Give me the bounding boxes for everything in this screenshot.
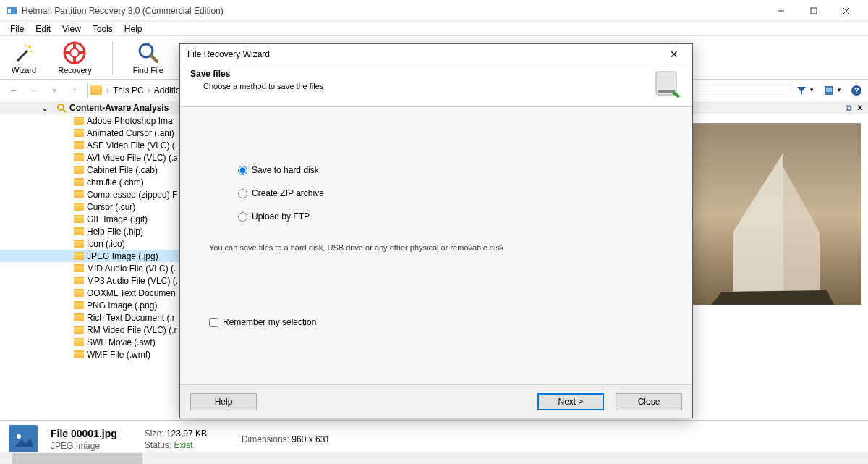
- svg-text:?: ?: [854, 86, 859, 95]
- menu-view[interactable]: View: [56, 22, 87, 35]
- radio-create-zip[interactable]: Create ZIP archive: [238, 188, 663, 198]
- tree-item[interactable]: SWF Movie (.swf): [0, 336, 180, 348]
- dialog-hint: You can save files to a hard disk, USB d…: [209, 243, 663, 252]
- analysis-icon: [56, 103, 67, 113]
- folder-icon: [74, 166, 84, 174]
- tree-item[interactable]: chm.file (.chm): [0, 176, 180, 188]
- status-value: Exist: [174, 440, 193, 450]
- svg-point-10: [70, 48, 79, 57]
- tree-item[interactable]: Adobe Photoshop Ima: [0, 114, 180, 127]
- maximize-button[interactable]: [797, 0, 830, 22]
- help-button[interactable]: ?: [851, 85, 862, 96]
- close-panel-icon[interactable]: ✕: [856, 103, 864, 113]
- up-button[interactable]: ↑: [67, 83, 82, 98]
- back-button[interactable]: ←: [6, 83, 22, 98]
- dialog-titlebar: File Recovery Wizard ✕: [180, 44, 692, 64]
- view-button[interactable]: ▼: [823, 85, 842, 96]
- minimize-button[interactable]: [765, 0, 797, 22]
- tree-item-label: MID Audio File (VLC) (.: [87, 263, 176, 274]
- popout-icon[interactable]: ⧉: [846, 103, 852, 113]
- folder-icon: [74, 338, 84, 346]
- folder-icon: [74, 350, 84, 358]
- lifebuoy-icon: [63, 41, 86, 64]
- breadcrumb-additio[interactable]: Additio: [152, 85, 183, 96]
- tree-item[interactable]: RM Video File (VLC) (.rr: [0, 324, 180, 336]
- footer-filetype: JPEG Image: [51, 441, 117, 451]
- radio-save-harddisk[interactable]: Save to hard disk: [238, 165, 663, 175]
- menu-help[interactable]: Help: [119, 22, 148, 35]
- history-dropdown[interactable]: ▾: [46, 83, 62, 98]
- folder-icon: [74, 141, 84, 149]
- radio-upload-ftp[interactable]: Upload by FTP: [238, 211, 663, 222]
- wizard-label: Wizard: [12, 66, 36, 75]
- toolbar-separator: [112, 41, 113, 75]
- menu-edit[interactable]: Edit: [30, 22, 56, 35]
- tree-item-label: Help File (.hlp): [87, 227, 143, 237]
- folder-icon: [74, 313, 84, 321]
- tree-root[interactable]: ⌄ Content-Aware Analysis: [0, 101, 180, 114]
- tree-item-label: Icon (.ico): [87, 239, 125, 249]
- svg-point-21: [58, 104, 64, 110]
- folder-icon: [74, 153, 84, 161]
- tree-item-label: AVI Video File (VLC) (.av: [87, 153, 177, 163]
- tree-item[interactable]: AVI Video File (VLC) (.av: [0, 151, 180, 164]
- next-button[interactable]: Next >: [537, 393, 604, 410]
- forward-button[interactable]: →: [26, 83, 42, 98]
- breadcrumb-thispc[interactable]: This PC: [111, 85, 146, 96]
- tree-item[interactable]: MID Audio File (VLC) (.: [0, 262, 180, 274]
- harddisk-icon: [652, 69, 682, 99]
- titlebar: Hetman Partition Recovery 3.0 (Commercia…: [0, 0, 868, 22]
- wizard-button[interactable]: Wizard: [7, 40, 41, 76]
- tree-item[interactable]: MP3 Audio File (VLC) (.: [0, 274, 180, 287]
- tree-item[interactable]: Icon (.ico): [0, 237, 180, 250]
- tree-item[interactable]: Animated Cursor (.ani): [0, 127, 180, 139]
- tree-item-label: Cursor (.cur): [87, 202, 135, 212]
- status-label: Status:: [145, 440, 171, 450]
- file-recovery-wizard-dialog: File Recovery Wizard ✕ Save files Choose…: [179, 43, 693, 418]
- menu-tools[interactable]: Tools: [87, 22, 119, 35]
- svg-rect-13: [64, 51, 70, 54]
- file-thumbnail: [9, 425, 38, 454]
- recovery-label: Recovery: [58, 66, 91, 75]
- dialog-close-button[interactable]: ✕: [663, 44, 685, 64]
- remember-checkbox[interactable]: Remember my selection: [209, 317, 663, 327]
- tree-item[interactable]: Rich Text Document (.r: [0, 311, 180, 324]
- folder-icon: [74, 240, 84, 248]
- tree-item-label: JPEG Image (.jpg): [87, 251, 158, 261]
- close-button[interactable]: [830, 0, 862, 22]
- svg-point-8: [30, 50, 33, 52]
- svg-point-25: [17, 434, 21, 439]
- tree-item[interactable]: Cursor (.cur): [0, 201, 180, 213]
- dim-label: Dimensions:: [242, 434, 289, 444]
- folder-icon: [74, 264, 84, 272]
- folder-icon: [74, 301, 84, 309]
- tree-item[interactable]: WMF File (.wmf): [0, 348, 180, 360]
- dialog-close-btn[interactable]: Close: [616, 393, 682, 410]
- filter-button[interactable]: ▼: [796, 85, 814, 96]
- menu-file[interactable]: File: [4, 22, 30, 35]
- svg-rect-3: [811, 8, 817, 14]
- tree-item[interactable]: JPEG Image (.jpg): [0, 250, 180, 262]
- help-button[interactable]: Help: [190, 393, 257, 410]
- tree-item-label: Adobe Photoshop Ima: [87, 116, 173, 126]
- dialog-body: Save to hard disk Create ZIP archive Upl…: [180, 107, 692, 384]
- findfile-label: Find File: [133, 66, 163, 75]
- tree-item-label: ASF Video File (VLC) (.a: [87, 140, 177, 151]
- svg-line-16: [151, 56, 157, 62]
- tree-item[interactable]: PNG Image (.png): [0, 299, 180, 311]
- svg-line-22: [63, 109, 66, 112]
- findfile-button[interactable]: Find File: [129, 40, 168, 76]
- tree-item[interactable]: ASF Video File (VLC) (.a: [0, 139, 180, 151]
- tree-item-label: Cabinet File (.cab): [87, 165, 158, 175]
- svg-point-7: [25, 44, 27, 46]
- tree-item[interactable]: OOXML Text Documen: [0, 287, 180, 299]
- tree-item[interactable]: GIF Image (.gif): [0, 213, 180, 225]
- size-label: Size:: [145, 429, 164, 439]
- folder-icon: [74, 227, 84, 235]
- tree-item[interactable]: Help File (.hlp): [0, 225, 180, 237]
- magnifier-icon: [137, 41, 160, 64]
- recovery-button[interactable]: Recovery: [54, 40, 95, 76]
- tree-item[interactable]: Cabinet File (.cab): [0, 164, 180, 176]
- svg-rect-1: [8, 9, 11, 13]
- tree-item[interactable]: Compressed (zipped) F: [0, 188, 180, 201]
